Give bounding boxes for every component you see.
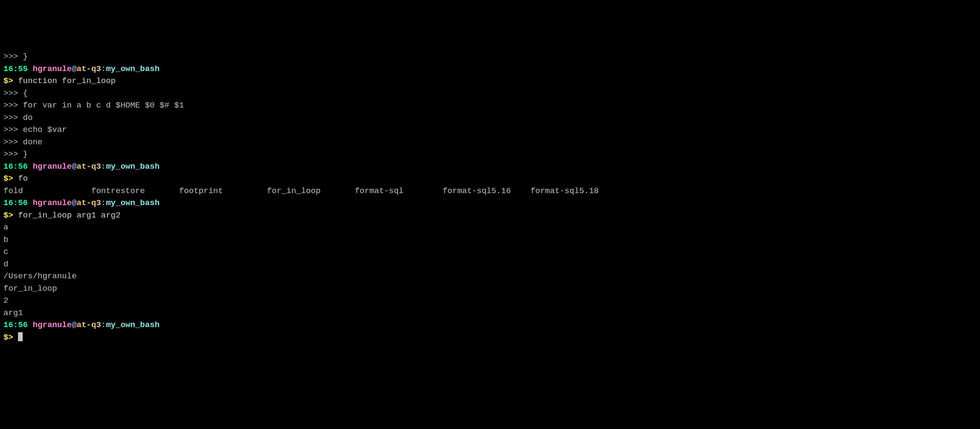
prompt-path: my_own_bash — [106, 198, 159, 208]
completion-item: format-sql — [355, 185, 442, 197]
prompt-host: at-q3 — [77, 64, 101, 74]
continuation-line: >>> for var in a b c d $HOME $0 $# $1 — [3, 101, 184, 110]
terminal-line: 16:56 hgranule@at-q3:my_own_bash — [3, 161, 977, 173]
completion-item: format-sql5.16 — [442, 185, 530, 197]
prompt-user: hgranule — [33, 320, 71, 330]
terminal-line: >>> echo $var — [3, 124, 977, 136]
continuation-line: >>> do — [3, 113, 33, 122]
prompt-mark: $> — [3, 333, 18, 342]
terminal-line: a — [3, 221, 977, 234]
prompt-time: 16:56 — [3, 320, 28, 330]
prompt-mark: $> — [3, 211, 18, 220]
output-line: arg1 — [3, 308, 23, 318]
terminal-line: 16:55 hgranule@at-q3:my_own_bash — [3, 63, 977, 75]
output-line: d — [3, 259, 8, 269]
command-text[interactable]: function for_in_loop — [18, 76, 116, 86]
continuation-line: >>> } — [3, 52, 28, 61]
prompt-at: @ — [72, 320, 77, 330]
terminal-line: 2 — [3, 295, 977, 307]
prompt-at: @ — [72, 198, 77, 208]
terminal-line: >>> done — [3, 136, 977, 149]
command-text[interactable]: for_in_loop arg1 arg2 — [18, 211, 120, 220]
prompt-user: hgranule — [33, 64, 71, 74]
output-line: b — [3, 235, 8, 244]
terminal-line: 16:56 hgranule@at-q3:my_own_bash — [3, 319, 977, 331]
terminal-line: for_in_loop — [3, 283, 977, 295]
terminal-line: >>> } — [3, 51, 977, 63]
prompt-path: my_own_bash — [106, 162, 159, 171]
prompt-mark: $> — [3, 76, 18, 86]
prompt-mark: $> — [3, 174, 18, 183]
prompt-time: 16:56 — [3, 198, 28, 208]
terminal-line: c — [3, 246, 977, 258]
completion-item: fold — [3, 185, 91, 197]
prompt-path: my_own_bash — [106, 320, 159, 330]
completion-item: footprint — [179, 185, 267, 197]
terminal-line: $> fo — [3, 173, 977, 185]
cursor[interactable] — [18, 332, 23, 341]
terminal-line: >>> } — [3, 148, 977, 161]
terminal-line: arg1 — [3, 307, 977, 319]
tab-completions: fold fontrestore footprint for_in_loop f… — [3, 185, 977, 197]
prompt-time: 16:55 — [3, 64, 28, 74]
terminal-line: b — [3, 234, 977, 246]
prompt-host: at-q3 — [77, 198, 101, 208]
completion-item: fontrestore — [91, 185, 179, 197]
continuation-line: >>> { — [3, 89, 28, 98]
prompt-colon: : — [101, 64, 106, 74]
terminal-line: $> — [3, 331, 977, 344]
output-line: 2 — [3, 296, 8, 305]
continuation-line: >>> echo $var — [3, 125, 67, 134]
completion-item: format-sql5.18 — [530, 185, 599, 197]
prompt-colon: : — [101, 162, 106, 171]
prompt-colon: : — [101, 198, 106, 208]
prompt-at: @ — [72, 162, 77, 171]
completion-item: for_in_loop — [267, 185, 355, 197]
prompt-time: 16:56 — [3, 162, 28, 171]
output-line: a — [3, 223, 8, 232]
continuation-line: >>> done — [3, 137, 42, 147]
terminal-viewport[interactable]: >>> }16:55 hgranule@at-q3:my_own_bash$> … — [3, 51, 977, 343]
terminal-line: $> for_in_loop arg1 arg2 — [3, 209, 977, 222]
terminal-line: >>> for var in a b c d $HOME $0 $# $1 — [3, 99, 977, 112]
prompt-at: @ — [72, 64, 77, 74]
command-text[interactable]: fo — [18, 174, 28, 183]
terminal-line: >>> do — [3, 112, 977, 124]
output-line: for_in_loop — [3, 284, 57, 293]
terminal-line: $> function for_in_loop — [3, 75, 977, 87]
continuation-line: >>> } — [3, 149, 28, 159]
prompt-path: my_own_bash — [106, 64, 159, 74]
terminal-line: 16:56 hgranule@at-q3:my_own_bash — [3, 197, 977, 209]
output-line: c — [3, 247, 8, 256]
prompt-host: at-q3 — [77, 162, 101, 171]
terminal-line: d — [3, 258, 977, 271]
prompt-user: hgranule — [33, 162, 71, 171]
prompt-colon: : — [101, 320, 106, 330]
terminal-line: /Users/hgranule — [3, 270, 977, 283]
prompt-user: hgranule — [33, 198, 71, 208]
output-line: /Users/hgranule — [3, 271, 77, 281]
terminal-line: >>> { — [3, 87, 977, 100]
prompt-host: at-q3 — [77, 320, 101, 330]
